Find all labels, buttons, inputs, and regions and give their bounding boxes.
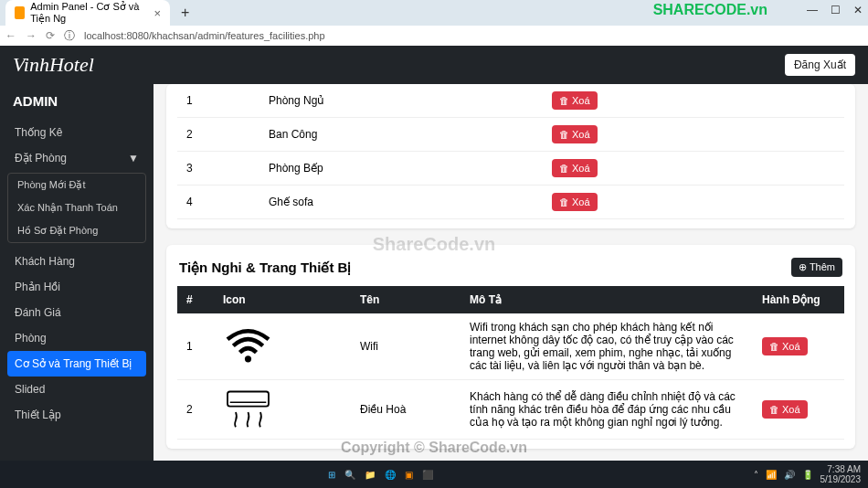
main-layout: ADMIN Thống Kê Đặt Phòng ▼ Phòng Mới Đặt… (0, 84, 868, 461)
trash-icon: 🗑 (559, 95, 569, 106)
taskbar-center: ⊞ 🔍 📁 🌐 ▣ ⬛ (328, 470, 433, 480)
add-button[interactable]: ⊕ Thêm (791, 258, 842, 277)
app-header: VinhHotel Đăng Xuất (0, 46, 868, 84)
site-info-icon[interactable]: ⓘ (64, 28, 75, 44)
sidebar: ADMIN Thống Kê Đặt Phòng ▼ Phòng Mới Đặt… (0, 84, 153, 461)
features-table: 1 Phòng Ngủ 🗑 Xoá 2 Ban Công 🗑 Xoá 3 Phò… (177, 84, 844, 219)
taskbar-right: ˄ 📶 🔊 🔋 7:38 AM 5/19/2023 (754, 464, 862, 484)
col-name: Tên (351, 286, 460, 313)
logout-button[interactable]: Đăng Xuất (785, 54, 855, 76)
battery-icon[interactable]: 🔋 (802, 470, 813, 480)
facilities-card: Tiện Nghi & Trang Thiết Bị ⊕ Thêm # Icon… (166, 245, 855, 449)
sidebar-item-datphong[interactable]: Đặt Phòng ▼ (7, 145, 146, 171)
table-row: 3 Phòng Bếp 🗑 Xoá (177, 152, 844, 186)
svg-point-0 (245, 355, 251, 362)
trash-icon: 🗑 (559, 196, 569, 207)
delete-button[interactable]: 🗑 Xoá (762, 400, 808, 419)
forward-icon[interactable]: → (26, 29, 37, 42)
trash-icon: 🗑 (769, 404, 779, 415)
sidebar-subitem-phongmoidat[interactable]: Phòng Mới Đặt (8, 174, 145, 196)
window-controls: — ☐ ✕ (807, 4, 863, 16)
table-row: 1 Phòng Ngủ 🗑 Xoá (177, 84, 844, 118)
url-input[interactable]: localhost:8080/khachsan/admin/features_f… (84, 30, 863, 41)
facilities-table: # Icon Tên Mô Tả Hành Động 1 (177, 286, 844, 440)
table-row: 4 Ghế sofa 🗑 Xoá (177, 186, 844, 219)
sidebar-title: ADMIN (7, 91, 146, 111)
browser-tab[interactable]: Admin Panel - Cơ Sở và Tiện Ng × (5, 0, 170, 26)
trash-icon: 🗑 (559, 129, 569, 140)
sidebar-subitem-hoso[interactable]: Hồ Sơ Đặt Phòng (8, 219, 145, 242)
sidebar-submenu: Phòng Mới Đặt Xác Nhận Thanh Toán Hồ Sơ … (7, 173, 146, 243)
sidebar-item-phanhoi[interactable]: Phản Hồi (7, 274, 146, 300)
wifi-icon (223, 324, 273, 366)
delete-button[interactable]: 🗑 Xoá (552, 125, 598, 143)
facilities-title: Tiện Nghi & Trang Thiết Bị (179, 260, 351, 276)
sidebar-item-danhgia[interactable]: Đánh Giá (7, 300, 146, 325)
trash-icon: 🗑 (559, 163, 569, 174)
sidebar-item-phong[interactable]: Phòng (7, 325, 146, 351)
sidebar-item-coso[interactable]: Cơ Sở và Trang Thiết Bị (7, 351, 146, 377)
delete-button[interactable]: 🗑 Xoá (552, 193, 598, 211)
main-content: 1 Phòng Ngủ 🗑 Xoá 2 Ban Công 🗑 Xoá 3 Phò… (153, 84, 868, 461)
volume-icon[interactable]: 🔊 (784, 470, 795, 480)
brand-logo[interactable]: VinhHotel (13, 53, 94, 77)
air-conditioner-icon (223, 387, 273, 429)
trash-icon: 🗑 (769, 341, 779, 352)
new-tab-button[interactable]: + (174, 5, 196, 21)
table-row: 2 Điều Hoà Kh (177, 380, 844, 440)
favicon-icon (15, 6, 25, 19)
tab-strip: Admin Panel - Cơ Sở và Tiện Ng × + (0, 0, 868, 26)
sidebar-item-thongke[interactable]: Thống Kê (7, 120, 146, 145)
xampp-icon[interactable]: ▣ (405, 470, 413, 480)
search-icon[interactable]: 🔍 (344, 470, 355, 480)
taskbar-clock[interactable]: 7:38 AM 5/19/2023 (820, 464, 862, 484)
table-row: 1 Wifi Wifi trong khách sạn cho (177, 313, 844, 380)
browser-chrome: Admin Panel - Cơ Sở và Tiện Ng × + ← → ⟳… (0, 0, 868, 46)
features-card: 1 Phòng Ngủ 🗑 Xoá 2 Ban Công 🗑 Xoá 3 Phò… (166, 84, 855, 228)
vscode-icon[interactable]: ⬛ (422, 470, 433, 480)
taskbar: ⊞ 🔍 📁 🌐 ▣ ⬛ ˄ 📶 🔊 🔋 7:38 AM 5/19/2023 (0, 461, 868, 488)
col-icon: Icon (214, 286, 351, 313)
start-icon[interactable]: ⊞ (328, 470, 335, 480)
chrome-icon[interactable]: 🌐 (385, 470, 396, 480)
sidebar-item-slided[interactable]: Slided (7, 377, 146, 402)
close-tab-icon[interactable]: × (153, 6, 161, 20)
reload-icon[interactable]: ⟳ (46, 29, 55, 42)
close-window-icon[interactable]: ✕ (853, 4, 863, 16)
tab-title: Admin Panel - Cơ Sở và Tiện Ng (30, 1, 148, 25)
sidebar-subitem-xacnhan[interactable]: Xác Nhận Thanh Toán (8, 196, 145, 219)
wifi-tray-icon[interactable]: 📶 (766, 470, 777, 480)
delete-button[interactable]: 🗑 Xoá (552, 91, 598, 110)
sidebar-item-thietlap[interactable]: Thiết Lập (7, 402, 146, 428)
table-row: 2 Ban Công 🗑 Xoá (177, 118, 844, 152)
explorer-icon[interactable]: 📁 (365, 470, 376, 480)
tray-chevron-icon[interactable]: ˄ (754, 470, 758, 480)
minimize-icon[interactable]: — (807, 4, 818, 16)
back-icon[interactable]: ← (5, 29, 16, 42)
col-action: Hành Động (753, 286, 844, 313)
address-bar-row: ← → ⟳ ⓘ localhost:8080/khachsan/admin/fe… (0, 26, 868, 46)
svg-rect-1 (228, 392, 269, 407)
col-desc: Mô Tả (460, 286, 753, 313)
chevron-down-icon: ▼ (128, 152, 139, 164)
delete-button[interactable]: 🗑 Xoá (762, 337, 808, 355)
maximize-icon[interactable]: ☐ (831, 4, 841, 16)
delete-button[interactable]: 🗑 Xoá (552, 159, 598, 177)
col-num: # (177, 286, 214, 313)
sidebar-item-khachhang[interactable]: Khách Hàng (7, 249, 146, 274)
